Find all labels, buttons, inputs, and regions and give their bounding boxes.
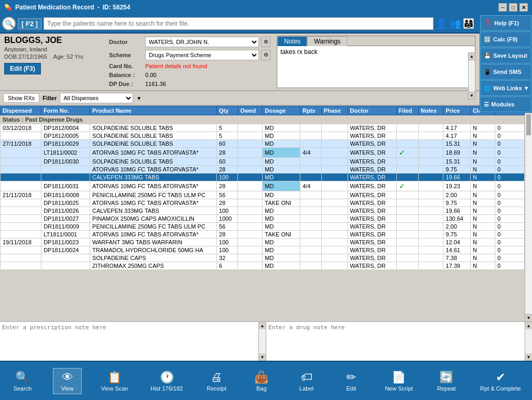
doctor-settings-icon[interactable]: ⚙ bbox=[261, 37, 270, 47]
title-bar: 💊 Patient Medication Record - ID: 58254 … bbox=[0, 0, 532, 15]
search-toolbar-label: Search bbox=[13, 385, 31, 392]
label-toolbar-icon: 🏷 bbox=[301, 371, 312, 384]
scheme-select[interactable]: Drugs Payment Scheme bbox=[145, 50, 259, 60]
toolbar-bag[interactable]: 👜 Bag bbox=[247, 369, 276, 394]
prescription-note-scrollbar[interactable]: ▲ ▼ bbox=[259, 322, 266, 361]
table-row[interactable]: 03/12/2018DP1812/0004SOLPADEINE SOLUBLE … bbox=[1, 124, 525, 132]
drug-note-scrollbar[interactable]: ▲ ▼ bbox=[525, 322, 532, 361]
f2-badge: [ F2 ] bbox=[18, 18, 41, 29]
toolbar-receipt[interactable]: 🖨 Receipt bbox=[202, 369, 231, 394]
table-row[interactable]: 19/11/2018DP1811/0023WARFANT 3MG TABS WA… bbox=[1, 239, 525, 246]
label-toolbar-label: Label bbox=[299, 385, 313, 392]
view-toolbar-icon: 👁 bbox=[62, 371, 73, 384]
app-container: 💊 Patient Medication Record - ID: 58254 … bbox=[0, 0, 532, 400]
toolbar-new-script[interactable]: 📄 New Script bbox=[382, 369, 416, 394]
send-sms-button[interactable]: 📱 Send SMS bbox=[480, 64, 531, 80]
web-links-button[interactable]: 🌐 Web Links ▼ bbox=[480, 80, 531, 96]
edit-button[interactable]: Edit (F3) bbox=[4, 63, 41, 74]
modules-icon: ☰ bbox=[484, 101, 489, 108]
edit-toolbar-icon: ✏ bbox=[346, 371, 356, 384]
toolbar-search[interactable]: 🔍 Search bbox=[8, 369, 37, 394]
table-scroll-area[interactable]: Dispensed Form No. Product Name Qty Owed… bbox=[0, 106, 525, 321]
toolbar-hist[interactable]: 🕐 Hist 176/182 bbox=[147, 369, 186, 394]
hist-toolbar-label: Hist 176/182 bbox=[150, 385, 183, 392]
toolbar-view[interactable]: 👁 View bbox=[53, 368, 82, 394]
scroll-down-button[interactable]: ▼ bbox=[525, 314, 532, 321]
col-price: Price bbox=[443, 106, 471, 115]
table-row[interactable]: DP1811/0030SOLPADEINE SOLUBLE TABS60MDWA… bbox=[1, 158, 525, 166]
close-button[interactable]: ✕ bbox=[519, 3, 528, 12]
col-rpts: Rpts bbox=[300, 106, 321, 115]
drug-note-input[interactable] bbox=[266, 322, 525, 361]
show-rxs-button[interactable]: Show RXs bbox=[3, 93, 39, 103]
filter-select[interactable]: All Dispenses bbox=[60, 93, 133, 103]
prescription-note-input[interactable] bbox=[0, 322, 259, 361]
col-qty: Qty bbox=[216, 106, 237, 115]
table-row[interactable]: 27/11/2018DP1811/0029SOLPADEINE SOLUBLE … bbox=[1, 140, 525, 148]
scheme-label: Scheme bbox=[109, 52, 143, 58]
users-icon[interactable]: 👨‍👩‍👧 bbox=[463, 18, 474, 29]
cardno-label: Card No. bbox=[109, 63, 143, 69]
rpt-complete-toolbar-icon: ✔ bbox=[496, 371, 505, 384]
patient-name: BLOGGS, JOE bbox=[4, 36, 104, 45]
balance-label: Balance : bbox=[109, 72, 143, 78]
new-script-toolbar-icon: 📄 bbox=[392, 371, 406, 384]
table-row[interactable]: LT1811/0002ATORVAS 10MG FC TABS ATORVAST… bbox=[1, 148, 525, 158]
app-id-value: ID: 58254 bbox=[103, 4, 131, 11]
warnings-tab[interactable]: Warnings bbox=[307, 36, 347, 46]
col-doctor: Doctor bbox=[348, 106, 396, 115]
table-row[interactable]: DP1812/0005SOLPADEINE SOLUBLE TABS5MDWAT… bbox=[1, 132, 525, 140]
web-icon: 🌐 bbox=[484, 85, 491, 92]
doctor-label: Doctor bbox=[109, 39, 143, 45]
patient-left-block: BLOGGS, JOE Anytown, Ireland DOB:27/12/1… bbox=[4, 36, 104, 88]
notes-scroll-right[interactable]: ▲ ▼ bbox=[468, 52, 475, 100]
toolbar-repeat[interactable]: 🔄 Repeat bbox=[432, 369, 461, 394]
col-dosage: Dosage bbox=[263, 106, 300, 115]
maximize-button[interactable]: □ bbox=[509, 3, 517, 12]
table-row[interactable]: DP1811/0031ATORVAS 10MG FC TABS ATORVAST… bbox=[1, 181, 525, 191]
scroll-thumb[interactable] bbox=[526, 114, 531, 135]
balance-value: 0.00 bbox=[145, 72, 272, 78]
table-row[interactable]: CALVEPEN 333MG TABS100MDWATERS, DR19.66N… bbox=[1, 174, 525, 181]
calc-button[interactable]: 🔢 Calc (F9) bbox=[480, 31, 531, 47]
notes-tab[interactable]: Notes bbox=[277, 36, 307, 46]
table-row[interactable]: LT1811/0001ATORVAS 10MG FC TABS ATORVAST… bbox=[1, 231, 525, 239]
table-row[interactable]: DP1811/0027PINAMOX 250MG CAPS AMOXICILLI… bbox=[1, 215, 525, 223]
table-row[interactable]: DP1811/0026CALVEPEN 333MG TABS100MDWATER… bbox=[1, 207, 525, 215]
col-product: Product Name bbox=[90, 106, 217, 115]
patient-address: Anytown, Ireland bbox=[4, 46, 104, 52]
help-button[interactable]: ❓ Help (F1) bbox=[480, 15, 531, 31]
filter-dropdown-arrow[interactable]: ▼ bbox=[136, 95, 142, 101]
table-row[interactable]: DR1811/0009PENICILLAMINE 250MG FC TABS U… bbox=[1, 223, 525, 231]
table-row[interactable]: DP1811/0025ATORVAS 10MG FC TABS ATORVAST… bbox=[1, 199, 525, 207]
user-icon[interactable]: 👤 bbox=[436, 18, 447, 29]
minimize-button[interactable]: ─ bbox=[498, 3, 507, 12]
save-layout-button[interactable]: 💾 Save Layout bbox=[480, 48, 531, 63]
toolbar-rpt-complete[interactable]: ✔ Rpt & Complete bbox=[477, 369, 524, 394]
repeat-toolbar-label: Repeat bbox=[437, 385, 455, 392]
table-row[interactable]: 21/11/2018DR1811/0008PENICILLAMINE 250MG… bbox=[1, 191, 525, 199]
table-row[interactable]: SOLPADEINE CAPS32MDWATERS, DR7.38N0 bbox=[1, 254, 525, 262]
table-row[interactable]: DP1811/0024TRAMADOL HYDROCHLORIDE 50MG H… bbox=[1, 246, 525, 254]
add-user-icon[interactable]: 👥 bbox=[449, 18, 461, 29]
search-toolbar-icon: 🔍 bbox=[15, 371, 29, 384]
doctor-select[interactable]: WATERS, DR.JOHN N. bbox=[145, 37, 259, 47]
toolbar-label[interactable]: 🏷 Label bbox=[292, 369, 321, 394]
scheme-settings-icon[interactable]: ⚙ bbox=[261, 50, 270, 60]
dispense-table: Dispensed Form No. Product Name Qty Owed… bbox=[0, 106, 525, 270]
patient-dob-line: DOB:27/12/1965 Age: 52 Yrs bbox=[4, 53, 104, 60]
hist-toolbar-icon: 🕐 bbox=[160, 371, 174, 384]
table-scrollbar[interactable]: ▲ ▼ bbox=[525, 106, 532, 321]
filter-label: Filter bbox=[42, 95, 57, 101]
table-row[interactable]: ATORVAS 10MG FC TABS ATORVASTA*28MDWATER… bbox=[1, 166, 525, 174]
col-dispensed: Dispensed bbox=[1, 106, 41, 115]
table-row[interactable]: ZITHROMAX 250MG CAPS6MDWATERS, DR17.39N0 bbox=[1, 262, 525, 270]
view-toolbar-label: View bbox=[61, 385, 74, 392]
toolbar-view-scan[interactable]: 📋 View Scan bbox=[98, 369, 132, 394]
app-title: Patient Medication Record bbox=[15, 4, 94, 11]
patient-search-input[interactable] bbox=[44, 17, 433, 30]
toolbar-edit[interactable]: ✏ Edit bbox=[337, 369, 366, 394]
modules-button[interactable]: ☰ Modules bbox=[480, 96, 531, 112]
search-icon[interactable]: 🔍 bbox=[2, 17, 16, 30]
edit-toolbar-label: Edit bbox=[346, 385, 356, 392]
